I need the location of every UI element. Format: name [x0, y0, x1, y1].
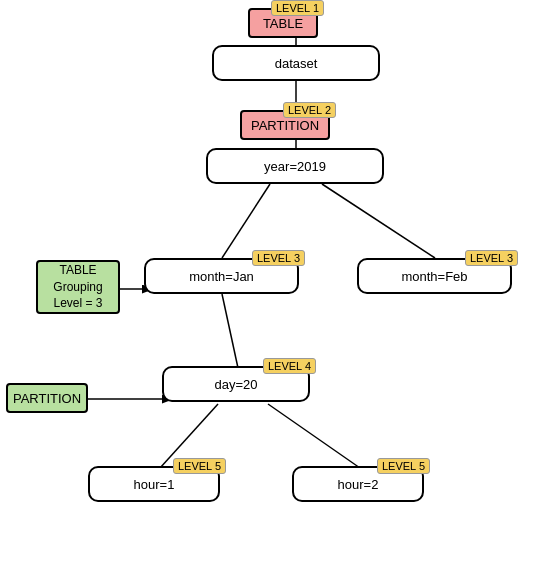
svg-line-4	[322, 184, 435, 258]
partition-level-badge: LEVEL 2	[283, 102, 336, 118]
month-feb-label: month=Feb	[401, 269, 467, 284]
dataset-node: dataset	[212, 45, 380, 81]
svg-line-6	[222, 294, 238, 368]
hour1-node: hour=1 LEVEL 5	[88, 466, 220, 502]
hour2-level-badge: LEVEL 5	[377, 458, 430, 474]
month-jan-label: month=Jan	[189, 269, 254, 284]
dataset-label: dataset	[275, 56, 318, 71]
table-grouping-node: TABLE Grouping Level = 3	[36, 260, 120, 314]
hour1-level-badge: LEVEL 5	[173, 458, 226, 474]
partition-left-label: PARTITION	[13, 391, 81, 406]
partition-node: PARTITION LEVEL 2	[240, 110, 330, 140]
year2019-node: year=2019	[206, 148, 384, 184]
year2019-label: year=2019	[264, 159, 326, 174]
partition-label: PARTITION	[251, 118, 319, 133]
diagram: TABLE LEVEL 1 dataset PARTITION LEVEL 2 …	[0, 0, 541, 576]
month-jan-level-badge: LEVEL 3	[252, 250, 305, 266]
day20-label: day=20	[214, 377, 257, 392]
hour1-label: hour=1	[134, 477, 175, 492]
partition-left-node: PARTITION	[6, 383, 88, 413]
svg-line-9	[268, 404, 360, 468]
day20-level-badge: LEVEL 4	[263, 358, 316, 374]
hour2-label: hour=2	[338, 477, 379, 492]
month-feb-node: month=Feb LEVEL 3	[357, 258, 512, 294]
hour2-node: hour=2 LEVEL 5	[292, 466, 424, 502]
table-node: TABLE LEVEL 1	[248, 8, 318, 38]
table-grouping-label: TABLE Grouping Level = 3	[53, 262, 102, 312]
day20-node: day=20 LEVEL 4	[162, 366, 310, 402]
table-level-badge: LEVEL 1	[271, 0, 324, 16]
month-jan-node: month=Jan LEVEL 3	[144, 258, 299, 294]
svg-line-3	[222, 184, 270, 258]
table-label: TABLE	[263, 16, 303, 31]
month-feb-level-badge: LEVEL 3	[465, 250, 518, 266]
